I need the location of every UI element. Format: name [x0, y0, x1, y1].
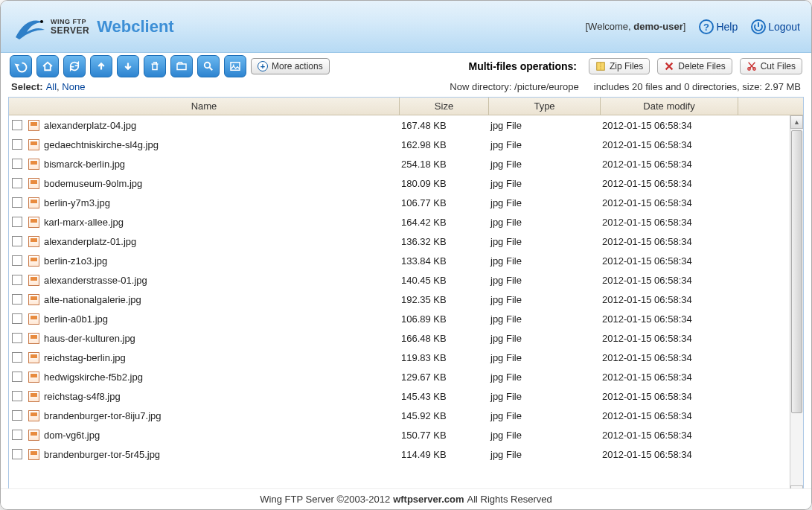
table-row[interactable]: berlin-a0b1.jpg106.89 KBjpg File2012-01-… [9, 309, 790, 328]
file-size: 129.67 KB [401, 372, 490, 383]
file-icon [28, 139, 39, 150]
file-name: reichstag-s4f8.jpg [44, 391, 401, 402]
toolbar: + More actions Multi-files operations: Z… [1, 53, 811, 80]
table-row[interactable]: gedaechtniskirche-sl4g.jpg162.98 KBjpg F… [9, 135, 790, 154]
row-checkbox[interactable] [12, 178, 22, 188]
file-size: 106.89 KB [401, 313, 490, 325]
brand-small-2: SERVER [51, 25, 89, 36]
multi-ops-label: Multi-files operations: [469, 60, 577, 72]
help-link[interactable]: ? Help [699, 19, 738, 34]
file-icon [28, 159, 39, 170]
file-name: alexanderplatz-04.jpg [44, 120, 401, 131]
download-button[interactable] [117, 55, 139, 77]
file-date: 2012-01-15 06:58:34 [602, 139, 740, 150]
logo: WING FTP SERVER Webclient [12, 11, 174, 42]
col-spacer [738, 98, 777, 115]
table-row[interactable]: berlin-z1o3.jpg133.84 KBjpg File2012-01-… [9, 251, 790, 270]
brand-small-1: WING FTP [51, 18, 89, 25]
plus-icon: + [258, 61, 268, 71]
col-date[interactable]: Date modify [601, 98, 738, 115]
table-row[interactable]: haus-der-kulturen.jpg166.48 KBjpg File20… [9, 328, 790, 348]
col-type[interactable]: Type [489, 98, 601, 115]
refresh-button[interactable] [63, 55, 86, 77]
file-icon [28, 294, 39, 305]
table-row[interactable]: karl-marx-allee.jpg164.42 KBjpg File2012… [9, 212, 790, 232]
col-name[interactable]: Name [9, 98, 400, 115]
row-checkbox[interactable] [12, 449, 22, 459]
table-row[interactable]: alte-nationalgalerie.jpg192.35 KBjpg Fil… [9, 290, 790, 309]
table-row[interactable]: alexanderplatz-04.jpg167.48 KBjpg File20… [9, 115, 790, 135]
file-date: 2012-01-15 06:58:34 [602, 217, 740, 228]
file-name: alte-nationalgalerie.jpg [44, 294, 401, 305]
table-row[interactable]: berlin-y7m3.jpg106.77 KBjpg File2012-01-… [9, 193, 790, 212]
now-directory: Now directory: /picture/europe [450, 81, 578, 92]
file-date: 2012-01-15 06:58:34 [602, 391, 740, 402]
row-checkbox[interactable] [12, 410, 22, 421]
cut-files-button[interactable]: Cut Files [740, 58, 802, 74]
row-checkbox[interactable] [12, 430, 22, 440]
file-date: 2012-01-15 06:58:34 [602, 352, 740, 363]
thumbnail-button[interactable] [224, 55, 246, 77]
table-row[interactable]: reichstag-berlin.jpg119.83 KBjpg File201… [9, 348, 790, 367]
file-type: jpg File [490, 197, 602, 208]
row-checkbox[interactable] [12, 217, 22, 227]
file-date: 2012-01-15 06:58:34 [602, 178, 740, 189]
file-size: 133.84 KB [401, 255, 490, 267]
row-checkbox[interactable] [12, 236, 22, 246]
row-checkbox[interactable] [12, 333, 22, 343]
logout-icon [751, 19, 766, 34]
home-button[interactable] [36, 55, 59, 77]
row-checkbox[interactable] [12, 372, 22, 382]
select-none-link[interactable]: None [62, 81, 85, 92]
row-checkbox[interactable] [12, 159, 22, 169]
file-icon [28, 120, 39, 131]
new-folder-button[interactable] [170, 55, 193, 77]
row-checkbox[interactable] [12, 391, 22, 401]
row-checkbox[interactable] [12, 352, 22, 363]
table-row[interactable]: alexanderstrasse-01.jpg140.45 KBjpg File… [9, 270, 790, 290]
svg-point-0 [40, 20, 43, 23]
file-date: 2012-01-15 06:58:34 [602, 255, 740, 267]
back-button[interactable] [10, 55, 32, 77]
table-row[interactable]: hedwigskirche-f5b2.jpg129.67 KBjpg File2… [9, 367, 790, 386]
col-size[interactable]: Size [400, 98, 489, 115]
file-date: 2012-01-15 06:58:34 [602, 430, 740, 441]
file-name: reichstag-berlin.jpg [44, 352, 401, 363]
row-checkbox[interactable] [12, 275, 22, 285]
row-checkbox[interactable] [12, 120, 22, 130]
file-type: jpg File [490, 159, 602, 170]
table-row[interactable]: alexanderplatz-01.jpg136.32 KBjpg File20… [9, 232, 790, 251]
row-checkbox[interactable] [12, 313, 22, 324]
file-date: 2012-01-15 06:58:34 [602, 294, 740, 305]
header-bar: WING FTP SERVER Webclient [Welcome, demo… [1, 1, 811, 53]
row-checkbox[interactable] [12, 197, 22, 208]
table-row[interactable]: reichstag-s4f8.jpg145.43 KBjpg File2012-… [9, 386, 790, 406]
select-all-link[interactable]: All [46, 81, 57, 92]
select-label: Select: [11, 81, 43, 92]
zip-files-button[interactable]: Zip Files [589, 58, 650, 74]
file-icon [28, 217, 39, 228]
table-row[interactable]: bismarck-berlin.jpg254.18 KBjpg File2012… [9, 154, 790, 173]
table-row[interactable]: brandenburger-tor-8iju7.jpg145.92 KBjpg … [9, 406, 790, 425]
table-row[interactable]: dom-vg6t.jpg150.77 KBjpg File2012-01-15 … [9, 425, 790, 444]
row-checkbox[interactable] [12, 139, 22, 150]
file-name: dom-vg6t.jpg [44, 430, 401, 441]
table-row[interactable]: brandenburger-tor-5r45.jpg114.49 KBjpg F… [9, 444, 790, 464]
upload-button[interactable] [90, 55, 112, 77]
logout-link[interactable]: Logout [751, 19, 800, 34]
vertical-scrollbar[interactable]: ▲ ▼ [790, 115, 803, 499]
scroll-up-button[interactable]: ▲ [790, 115, 803, 129]
row-checkbox[interactable] [12, 255, 22, 266]
file-size: 162.98 KB [401, 139, 490, 150]
row-checkbox[interactable] [12, 294, 22, 305]
delete-button[interactable] [144, 55, 166, 77]
table-row[interactable]: bodemuseum-9olm.jpg180.09 KBjpg File2012… [9, 173, 790, 193]
file-icon [28, 313, 39, 325]
search-button[interactable] [197, 55, 220, 77]
file-type: jpg File [490, 255, 602, 267]
file-name: haus-der-kulturen.jpg [44, 333, 401, 344]
more-actions-button[interactable]: + More actions [251, 58, 330, 74]
scroll-thumb[interactable] [791, 130, 802, 413]
select-row: Select: All, None Now directory: /pictur… [1, 80, 811, 97]
delete-files-button[interactable]: Delete Files [657, 58, 732, 74]
